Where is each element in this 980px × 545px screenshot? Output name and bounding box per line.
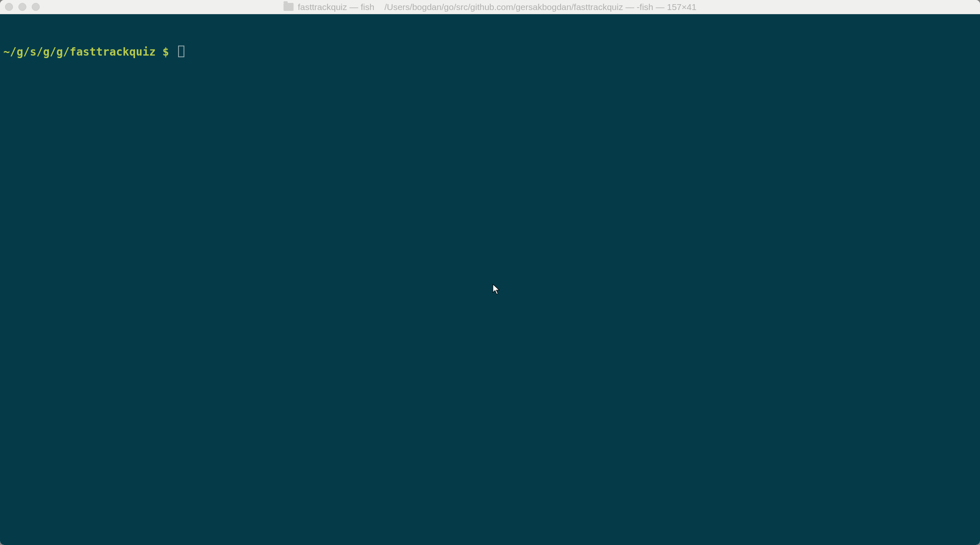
window-title-app: fasttrackquiz — fish: [298, 2, 374, 12]
prompt-line: ~/g/s/g/g/fasttrackquiz $: [3, 44, 977, 59]
prompt-path: ~/g/s/g/g/fasttrackquiz: [3, 45, 156, 59]
window-title: fasttrackquiz — fish /Users/bogdan/go/sr…: [283, 2, 697, 12]
terminal-area[interactable]: ~/g/s/g/g/fasttrackquiz $: [0, 14, 980, 545]
terminal-window: fasttrackquiz — fish /Users/bogdan/go/sr…: [0, 0, 980, 545]
window-titlebar[interactable]: fasttrackquiz — fish /Users/bogdan/go/sr…: [0, 0, 980, 14]
traffic-lights: [5, 3, 40, 11]
mouse-pointer-icon: [493, 284, 501, 295]
window-title-path: /Users/bogdan/go/src/github.com/gersakbo…: [384, 2, 696, 12]
minimize-button[interactable]: [18, 3, 26, 11]
maximize-button[interactable]: [32, 3, 40, 11]
folder-icon: [283, 3, 293, 11]
prompt-symbol: $: [156, 45, 176, 59]
close-button[interactable]: [5, 3, 13, 11]
text-cursor: [178, 46, 184, 57]
